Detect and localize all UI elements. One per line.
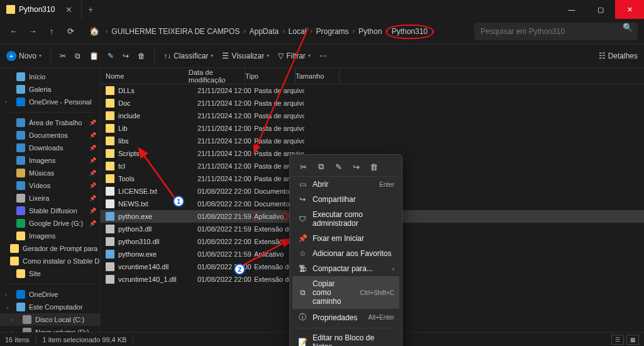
sidebar-videos[interactable]: Vídeos📌 xyxy=(0,179,100,192)
details-button[interactable]: ☷ Detalhes xyxy=(599,52,638,60)
file-date: 01/08/2022 22:00 xyxy=(197,263,254,271)
nav-forward[interactable]: → xyxy=(25,24,40,39)
sidebar-disk-c[interactable]: ›Disco Local (C:) xyxy=(0,313,100,326)
sidebar-disk-d[interactable]: ›Novo volume (D:) xyxy=(0,326,100,332)
window-tab[interactable]: Python310 ✕ xyxy=(0,0,82,19)
view-list-icon[interactable]: ☰ xyxy=(611,335,624,345)
file-date: 01/08/2022 22:00 xyxy=(197,187,254,195)
nav-refresh[interactable]: ⟳ xyxy=(63,24,78,39)
cm-cut-icon[interactable]: ✂ xyxy=(297,161,309,172)
window-close[interactable]: ✕ xyxy=(615,0,644,19)
tab-add[interactable]: + xyxy=(82,4,99,14)
sidebar-images[interactable]: Imagens📌 xyxy=(0,154,100,167)
file-date: 21/11/2024 12:00 xyxy=(197,99,254,107)
file-row[interactable]: include 21/11/2024 12:00 Pasta de arquiv… xyxy=(101,109,644,122)
breadcrumb[interactable]: 🏠 › GUILHERME TEIXEIRA DE CAMPOS› AppDat… xyxy=(87,24,470,39)
home-icon[interactable]: 🏠 xyxy=(87,24,102,39)
breadcrumb-item[interactable]: Python xyxy=(358,27,382,36)
cm-rename-icon[interactable]: ✎ xyxy=(333,161,344,172)
sidebar-downloads[interactable]: Downloads📌 xyxy=(0,142,100,154)
header-size[interactable]: Tamanho xyxy=(296,68,340,84)
props-icon: ⓘ xyxy=(297,312,308,323)
window-maximize[interactable]: ▢ xyxy=(586,0,615,19)
sidebar-google-drive[interactable]: Google Drive (G:)📌 xyxy=(0,217,100,230)
paste-button[interactable]: 📋 xyxy=(89,52,99,60)
cm-pin-start[interactable]: 📌Fixar em Iniciar xyxy=(292,231,399,246)
delete-button[interactable]: 🗑 xyxy=(138,52,145,60)
sidebar-onedrive2[interactable]: ›OneDrive xyxy=(0,288,100,301)
sidebar-onedrive[interactable]: ›OneDrive - Personal xyxy=(0,96,100,108)
sidebar-stable-diffusion[interactable]: Stable Diffusion📌 xyxy=(0,204,100,217)
file-row[interactable]: libs 21/11/2024 12:00 Pasta de arquivos xyxy=(101,135,644,147)
sidebar-gallery[interactable]: Galeria xyxy=(0,83,100,96)
txt-icon xyxy=(106,199,114,208)
breadcrumb-item[interactable]: AppData xyxy=(250,27,279,36)
sidebar-images-folder[interactable]: Imagens xyxy=(0,230,100,242)
cm-delete-icon[interactable]: 🗑 xyxy=(368,161,379,172)
cm-run-admin[interactable]: 🛡Executar como administrador xyxy=(292,207,399,231)
cm-edit-notepad[interactable]: 📝Editar no Bloco de Notas xyxy=(292,330,399,346)
column-headers[interactable]: Nome Data de modificação Tipo Tamanho xyxy=(101,68,644,84)
view-button[interactable]: ☰ Visualizar▾ xyxy=(222,52,269,60)
cm-share-icon[interactable]: ↪ xyxy=(350,161,362,172)
sidebar-folder[interactable]: Gerador de Prompt para Stable Diffusion … xyxy=(0,242,100,255)
txt-icon xyxy=(106,187,114,196)
sidebar: Início Galeria ›OneDrive - Personal Área… xyxy=(0,68,101,332)
window-minimize[interactable]: — xyxy=(557,0,586,19)
cm-add-fav[interactable]: ☆Adicionar aos Favoritos xyxy=(292,246,399,261)
file-name: Scripts xyxy=(118,150,197,157)
file-row[interactable]: Doc 21/11/2024 12:00 Pasta de arquivos xyxy=(101,97,644,109)
cm-properties[interactable]: ⓘPropriedadesAlt+Enter xyxy=(292,309,399,326)
file-row[interactable]: DLLs 21/11/2024 12:00 Pasta de arquivos xyxy=(101,84,644,97)
sidebar-folder[interactable]: Site xyxy=(0,267,100,280)
breadcrumb-item[interactable]: Programs xyxy=(316,27,349,36)
sidebar-folder[interactable]: Como instalar o Stable Diffusion AUTOMAT… xyxy=(0,255,100,267)
cut-button[interactable]: ✂ xyxy=(60,52,66,60)
copy-button[interactable]: ⧉ xyxy=(75,52,80,60)
sidebar-music[interactable]: Músicas📌 xyxy=(0,167,100,179)
star-icon: ☆ xyxy=(297,249,308,258)
addressbar: ← → ↑ ⟳ 🏠 › GUILHERME TEIXEIRA DE CAMPOS… xyxy=(0,19,644,44)
view-grid-icon[interactable]: ▦ xyxy=(626,335,639,345)
exe-icon xyxy=(106,212,114,221)
cm-copy-path[interactable]: ⧉Copiar como caminhoCtrl+Shift+C xyxy=(292,276,399,309)
sidebar-recycle-bin[interactable]: Lixeira📌 xyxy=(0,192,100,204)
cm-share[interactable]: ↪Compartilhar xyxy=(292,192,399,207)
file-name: python310.dll xyxy=(118,238,197,245)
header-name[interactable]: Nome xyxy=(101,68,189,84)
nav-back[interactable]: ← xyxy=(6,24,21,39)
file-name: python.exe xyxy=(118,213,197,220)
cm-compress[interactable]: 🗜Compactar para...› xyxy=(292,261,399,276)
file-date: 21/11/2024 12:00 xyxy=(197,175,254,182)
tab-close[interactable]: ✕ xyxy=(63,5,75,14)
sort-button[interactable]: ↑↓ Classificar▾ xyxy=(164,52,213,60)
cm-copy-icon[interactable]: ⧉ xyxy=(315,161,326,172)
sidebar-home[interactable]: Início xyxy=(0,70,100,83)
cm-open[interactable]: ▭AbrirEnter xyxy=(292,177,399,192)
search-input[interactable] xyxy=(474,23,638,40)
new-button[interactable]: +Novo▾ xyxy=(6,51,42,61)
more-button[interactable]: ⋯ xyxy=(319,52,327,60)
breadcrumb-item[interactable]: Local xyxy=(289,27,307,36)
file-date: 21/11/2024 12:00 xyxy=(197,125,254,132)
breadcrumb-item[interactable]: GUILHERME TEIXEIRA DE CAMPOS xyxy=(111,27,240,36)
file-name: vcruntime140.dll xyxy=(118,263,197,271)
context-menu: ✂ ⧉ ✎ ↪ 🗑 ▭AbrirEnter ↪Compartilhar 🛡Exe… xyxy=(289,154,402,346)
header-type[interactable]: Tipo xyxy=(245,68,296,84)
nav-up[interactable]: ↑ xyxy=(44,24,59,39)
dll-icon xyxy=(106,275,114,284)
share-icon: ↪ xyxy=(297,195,308,204)
breadcrumb-current[interactable]: Python310 xyxy=(392,27,428,36)
filter-button[interactable]: ▽ Filtrar▾ xyxy=(278,52,311,60)
rename-button[interactable]: ✎ xyxy=(108,52,114,60)
sidebar-this-pc[interactable]: ⌄Este Computador xyxy=(0,301,100,313)
file-row[interactable]: Lib 21/11/2024 12:00 Pasta de arquivos xyxy=(101,122,644,135)
share-button[interactable]: ↪ xyxy=(123,52,129,60)
header-date[interactable]: Data de modificação xyxy=(189,68,245,84)
file-name: pythonw.exe xyxy=(118,250,197,258)
file-date: 21/11/2024 12:00 xyxy=(197,137,254,145)
sidebar-desktop[interactable]: Área de Trabalho📌 xyxy=(0,116,100,129)
dll-icon xyxy=(106,262,114,271)
sidebar-documents[interactable]: Documentos📌 xyxy=(0,129,100,142)
folder-icon xyxy=(106,149,114,158)
